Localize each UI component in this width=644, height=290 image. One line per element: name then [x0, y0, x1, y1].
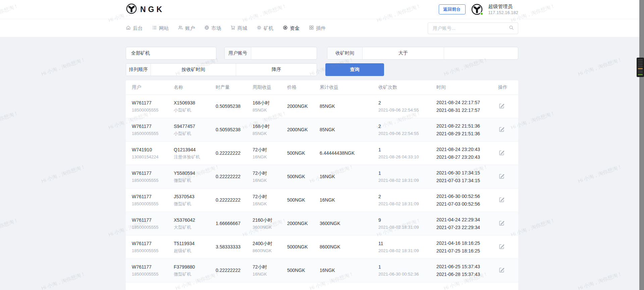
cell-cycle-reward: 168小时 85NGK	[253, 123, 287, 137]
cell-collect-count: 1 2021-08-26 04:33:10	[378, 147, 436, 160]
query-button[interactable]: 查询	[325, 63, 384, 76]
edit-button[interactable]	[498, 173, 505, 180]
cell-actions	[498, 197, 518, 204]
cell-cycle-reward: 2160小时 3600NGK	[253, 217, 287, 230]
search-icon[interactable]	[509, 25, 514, 31]
col-header-total-reward: 累计收益	[320, 84, 378, 90]
list-icon	[152, 25, 157, 31]
edit-button[interactable]	[498, 150, 505, 157]
ngk-logo-icon	[126, 3, 137, 16]
cell-price: 2000NGK	[287, 127, 320, 133]
nav-item-miners[interactable]: 矿机	[257, 25, 273, 31]
cell-total-reward: 8600NGK	[320, 244, 378, 250]
header-logo[interactable]: NGK	[126, 3, 164, 16]
cell-time: 2021-06-30 00:52:56 2021-07-03 00:52:56	[436, 193, 498, 208]
user-account-field[interactable]	[251, 47, 317, 59]
cell-actions	[498, 243, 518, 251]
cell-actions	[498, 126, 518, 134]
comparator-select[interactable]: 大于	[363, 47, 444, 59]
mining-time-field[interactable]	[444, 47, 518, 59]
brand-text: NGK	[140, 5, 164, 14]
sort-field-select[interactable]: 按收矿时间	[151, 64, 236, 76]
scroll-marker-orange	[638, 68, 643, 69]
nav-item-website[interactable]: 网站	[152, 25, 169, 31]
cell-actions	[498, 267, 518, 274]
scroll-marker-widget	[637, 58, 644, 77]
cell-hourly-output: 0.22222222	[216, 150, 253, 156]
cell-cycle-reward: 72小时 16NGK	[253, 264, 287, 277]
cell-time: 2021-04-24 22:29:34 2021-07-23 22:29:34	[436, 216, 498, 231]
cart-icon	[230, 25, 235, 31]
edit-button[interactable]	[498, 103, 505, 110]
back-to-front-button[interactable]: 返回前台	[439, 4, 466, 14]
col-header-hourly-output: 时产量	[216, 84, 253, 90]
edit-icon	[499, 222, 505, 227]
cell-user: W761177 18500005555	[132, 264, 174, 277]
table-row: W761177 18500005555 X1506938 小型矿机 0.5059…	[126, 94, 518, 118]
admin-ip: 117.152.16.182	[488, 10, 518, 15]
scrollbar[interactable]	[639, 0, 644, 290]
navbar: 后台 网站 账户 市场 商城 矿机	[0, 19, 644, 38]
edit-button[interactable]	[498, 267, 505, 274]
edit-button[interactable]	[498, 126, 505, 134]
cell-total-reward: 16NGK	[320, 197, 378, 203]
cell-name: F3799880 微型矿机	[174, 264, 216, 277]
cell-hourly-output: 0.50595238	[216, 103, 253, 110]
cell-collect-count: 1 2021-08-02 18:31:09	[378, 170, 436, 184]
cell-collect-count: 2 2021-09-06 22:54:55	[378, 123, 436, 137]
mining-time-label: 收矿时间	[327, 47, 363, 59]
nav-item-accounts[interactable]: 账户	[178, 25, 195, 31]
edit-icon	[499, 105, 505, 110]
cell-price: 500NGK	[287, 197, 320, 203]
cell-user: W761177 18500005555	[132, 240, 174, 254]
data-table: 用户 名称 时产量 周期收益 价格 累计收益 收矿次数 时间 操作 W76117…	[126, 80, 518, 290]
cell-user: W741910 13080154224	[132, 147, 174, 160]
sort-order-label: 排列顺序	[126, 64, 151, 76]
cell-price: 2000NGK	[287, 103, 320, 110]
avatar[interactable]	[471, 3, 483, 15]
globe-icon	[204, 25, 209, 31]
edit-button[interactable]	[498, 197, 505, 204]
cell-user: W761177 18500005555	[132, 217, 174, 230]
edit-button[interactable]	[498, 243, 505, 251]
edit-icon	[499, 245, 505, 250]
table-row: W761177 18500005555 F3799880 微型矿机 0.2222…	[126, 259, 518, 282]
cell-cycle-reward: 168小时 85NGK	[253, 100, 287, 113]
table-body: W761177 18500005555 X1506938 小型矿机 0.5059…	[126, 94, 518, 290]
cell-total-reward: 16NGK	[320, 267, 378, 274]
cell-user: W761177 18500005555	[132, 100, 174, 113]
scroll-marker-green	[638, 74, 643, 75]
nav-item-mall[interactable]: 商城	[230, 25, 247, 31]
cell-time: 2021-08-24 23:20:43 2021-08-27 23:20:43	[436, 146, 498, 161]
nav-item-market[interactable]: 市场	[204, 25, 221, 31]
cell-name: X1506938 小型矿机	[174, 100, 216, 113]
cell-name: Q1213944 注册体验矿机	[174, 147, 216, 160]
nav-item-plugins[interactable]: 插件	[309, 25, 326, 31]
cell-collect-count: 11 2021-08-02 18:31:09	[378, 240, 436, 254]
table-row: W761177 18500005555 X5376042 大型矿机 1.6666…	[126, 212, 518, 235]
account-search-box[interactable]	[428, 22, 518, 34]
user-account-group: 用户账号	[224, 47, 317, 60]
cell-name: X5376042 大型矿机	[174, 217, 216, 230]
sort-direction-select[interactable]: 降序	[236, 64, 317, 76]
cell-price: 2000NGK	[287, 220, 320, 227]
edit-button[interactable]	[498, 220, 505, 227]
cell-price: 5000NGK	[287, 244, 320, 250]
topbar: NGK 返回前台 超级管理员 117.152.16.182	[0, 0, 644, 19]
col-header-actions: 操作	[498, 84, 518, 90]
mining-time-input[interactable]	[444, 51, 518, 56]
miner-gear-icon	[257, 25, 262, 31]
col-header-name: 名称	[174, 84, 216, 90]
user-account-input[interactable]	[251, 51, 317, 56]
online-status-dot	[480, 12, 483, 15]
cell-time: 2021-08-22 21:51:36 2021-08-29 21:51:36	[436, 122, 498, 137]
nav-item-backend[interactable]: 后台	[126, 25, 143, 31]
cell-hourly-output: 0.22222222	[216, 197, 253, 203]
mining-time-group: 收矿时间 大于	[327, 47, 518, 60]
search-input[interactable]	[432, 25, 509, 31]
col-header-cycle-reward: 周期收益	[253, 84, 287, 90]
cell-user: W761177 18500005555	[132, 194, 174, 207]
machine-type-select[interactable]: 全部矿机	[126, 47, 216, 60]
nav-item-funds[interactable]: 资金	[283, 25, 300, 31]
cell-name: Y5580594 微型矿机	[174, 170, 216, 184]
